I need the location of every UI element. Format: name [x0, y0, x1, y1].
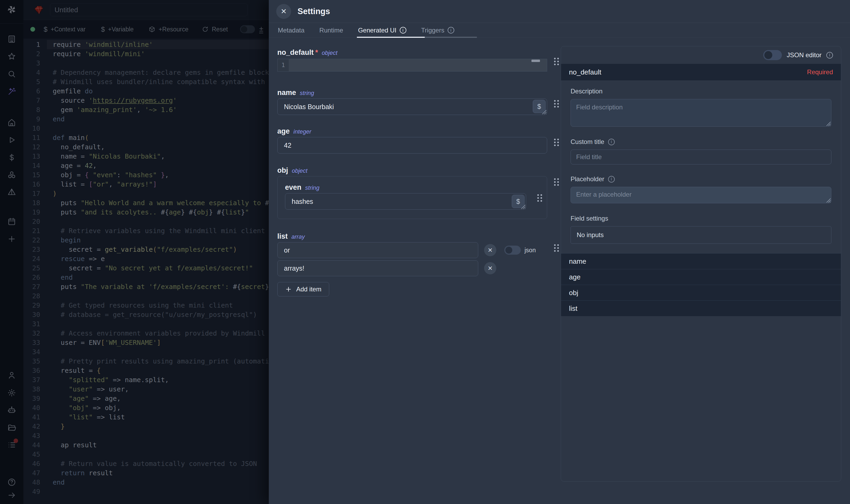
drawer-backdrop[interactable] [0, 0, 269, 504]
field-label: even string [285, 183, 539, 192]
field-row-name[interactable]: name [561, 253, 841, 269]
field-type: object [292, 167, 308, 174]
placeholder-textarea-wrap [571, 187, 831, 203]
settings-drawer: ✕ Settings Metadata Runtime Generated UI… [269, 0, 850, 504]
field-type: string [300, 90, 314, 96]
selected-field-header[interactable]: no_default Required [561, 64, 841, 80]
insert-variable-button[interactable]: $ [512, 195, 525, 208]
drag-handle-icon[interactable] [554, 178, 559, 186]
custom-title-input[interactable] [571, 149, 831, 164]
generated-ui-form: no_default* object 1 name string $ [277, 49, 547, 296]
placeholder-textarea[interactable] [571, 187, 831, 203]
drag-handle-icon[interactable] [554, 244, 559, 252]
drag-handle-icon[interactable] [554, 138, 559, 147]
drawer-header: ✕ Settings [269, 0, 850, 23]
no-inputs-box: No inputs [571, 226, 831, 244]
insert-variable-button[interactable]: $ [533, 100, 545, 113]
array-item-input[interactable] [277, 242, 478, 258]
object-json-input[interactable]: 1 [277, 59, 547, 72]
field-type: string [305, 184, 320, 191]
settings-tabs: Metadata Runtime Generated UI Triggers [269, 23, 850, 38]
field-type: object [322, 50, 338, 56]
field-row-list[interactable]: list [561, 301, 841, 316]
tab-generated-ui[interactable]: Generated UI [358, 26, 406, 34]
drag-handle-icon[interactable] [537, 194, 543, 202]
json-editor-row: JSON editor [561, 46, 841, 64]
remove-item-icon[interactable]: ✕ [484, 262, 496, 274]
info-icon[interactable] [826, 52, 833, 58]
info-icon[interactable] [400, 27, 406, 34]
tab-runtime[interactable]: Runtime [319, 26, 343, 34]
json-toggle-label: json [525, 247, 536, 254]
windmill-app: $ +Context var $ +Variable +Resource Res… [0, 0, 850, 504]
even-value-input[interactable] [285, 193, 526, 210]
drag-handle-icon[interactable] [554, 57, 559, 66]
active-tab-underline [357, 37, 425, 38]
field-label: age integer [277, 127, 547, 136]
nested-object-box: even string $ [277, 176, 547, 219]
json-mode-toggle[interactable] [504, 246, 521, 255]
age-value-input[interactable] [277, 137, 547, 154]
field-name: name string $ [277, 89, 547, 115]
info-icon[interactable] [448, 27, 454, 34]
json-editor-toggle[interactable] [763, 50, 782, 60]
field-settings-body: Description Custom title Placeholder [561, 80, 841, 244]
required-asterisk: * [315, 49, 318, 57]
field-row-age[interactable]: age [561, 269, 841, 285]
field-type: array [291, 233, 305, 240]
scrollbar-thumb[interactable] [531, 60, 540, 62]
drawer-title: Settings [297, 0, 330, 23]
drag-handle-icon[interactable] [554, 100, 559, 108]
info-icon[interactable] [608, 139, 615, 145]
custom-title-label: Custom title [571, 138, 831, 146]
tab-metadata[interactable]: Metadata [278, 26, 305, 34]
line-number: 1 [277, 59, 289, 71]
plus-icon [285, 286, 292, 293]
required-badge: Required [807, 68, 833, 76]
field-settings-label: Field settings [571, 215, 831, 222]
field-inspector-panel: JSON editor no_default Required Descript… [561, 46, 841, 482]
close-icon[interactable]: ✕ [276, 4, 291, 19]
field-obj: obj object even string $ [277, 166, 547, 219]
description-textarea-wrap [571, 99, 831, 127]
field-label: no_default* object [277, 49, 547, 57]
description-label: Description [571, 87, 831, 95]
array-item-row: ✕ [277, 260, 547, 276]
field-type: integer [293, 128, 311, 135]
tab-triggers[interactable]: Triggers [421, 26, 454, 34]
name-value-input[interactable] [277, 98, 547, 115]
field-label: list array [277, 232, 547, 240]
field-label: name string [277, 89, 547, 97]
add-item-button[interactable]: Add item [277, 282, 329, 296]
field-list: list array ✕ json ✕ Add item [277, 232, 547, 296]
json-editor-label: JSON editor [786, 51, 821, 59]
field-label: obj object [277, 166, 547, 175]
field-age: age integer [277, 127, 547, 154]
field-no-default: no_default* object 1 [277, 49, 547, 72]
array-item-input[interactable] [277, 260, 478, 276]
info-icon[interactable] [608, 176, 615, 182]
tab-scrollbar-thumb [425, 37, 477, 38]
array-item-row: ✕ json [277, 242, 547, 258]
field-rows: nameageobjlist [561, 253, 841, 316]
placeholder-label: Placeholder [571, 175, 831, 183]
remove-item-icon[interactable]: ✕ [484, 244, 496, 256]
description-textarea[interactable] [571, 99, 831, 126]
field-row-obj[interactable]: obj [561, 285, 841, 301]
